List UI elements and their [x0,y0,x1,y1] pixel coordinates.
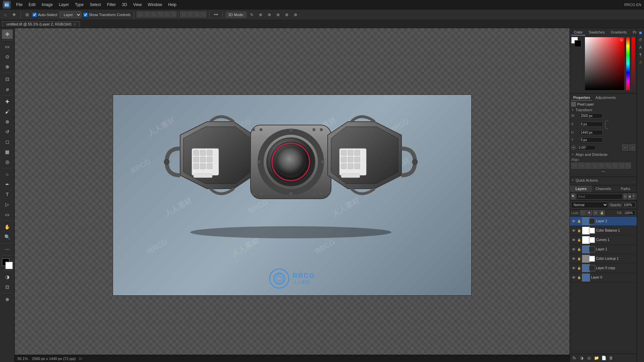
layers-tab-channels[interactable]: Channels [592,185,614,192]
arrange-icon[interactable]: ⊞ [24,11,31,18]
tab-close-btn[interactable]: × [73,22,75,26]
align-ml-btn[interactable]: ⬛ [591,163,597,169]
align-center-btn[interactable]: ⬛ [144,11,150,17]
menu-type[interactable]: Type [72,2,86,8]
opacity-input[interactable] [623,202,635,207]
3d-icon3[interactable]: ⊕ [266,11,273,18]
transform-check[interactable]: Show Transform Controls [84,13,130,17]
layer-mask-btn[interactable]: ◑ [579,355,585,361]
extra-tool[interactable]: ⋯ [2,245,13,254]
3d-icon2[interactable]: ⊕ [257,11,264,18]
lock-pixels-btn[interactable]: ⬛ [580,210,586,216]
layers-tab-layers[interactable]: Layers [570,185,592,192]
menu-3d[interactable]: 3D [119,2,129,8]
align-mr-btn[interactable]: ⬛ [605,163,611,169]
fill-input[interactable] [623,210,635,216]
layers-tab-paths[interactable]: Paths [614,185,637,192]
dist-e-btn[interactable]: ⬛ [200,11,206,17]
align-header[interactable]: ▼ Align and Distribute [571,153,635,157]
layers-filter-type[interactable]: T [632,193,635,199]
hand-tool[interactable]: ✋ [2,222,13,232]
layer-item-colorbalance[interactable]: 👁 🔒 Color Balance 1 [570,226,637,235]
move-icon[interactable]: ✥ [11,11,17,18]
3d-tool[interactable]: ⊕ [2,295,13,304]
menu-view[interactable]: View [130,2,145,8]
3d-icon6[interactable]: ⊕ [292,11,299,18]
layer0copy-vis[interactable]: 👁 [571,266,576,270]
layers-filter-adj[interactable]: ◑ [628,193,631,199]
x-input[interactable] [579,122,603,127]
layer-item-layer0[interactable]: 👁 🔒 Layer 0 [570,273,637,282]
lock-artboard-btn[interactable]: ⊡ [593,210,598,216]
bg-swatch[interactable] [575,40,581,47]
layer-folder-btn[interactable]: 📁 [593,355,599,361]
layer-item-curves[interactable]: 👁 🔒 Curves 1 [570,235,637,245]
more-icon[interactable]: ••• [213,11,219,18]
shape-tool[interactable]: ▭ [2,210,13,219]
layer1-lock[interactable]: 🔒 [577,247,581,251]
colorlookup-lock[interactable]: 🔒 [577,257,581,261]
hue-slider[interactable] [626,37,630,90]
background-color[interactable] [5,262,13,269]
align-tl-btn[interactable]: ⬛ [571,163,577,169]
tab-color[interactable]: Color [571,29,585,36]
menu-layer[interactable]: Layer [56,2,71,8]
aspect-lock[interactable] [605,121,608,129]
lasso-tool[interactable]: ⊙ [2,52,13,61]
align-bl-btn[interactable]: ⬛ [611,163,618,169]
width-input[interactable] [579,113,603,118]
layer-delete-btn[interactable]: 🗑 [608,355,614,361]
eyedropper-tool[interactable]: ⌀ [2,84,13,94]
layer-item-layer2[interactable]: 👁 🔒 Layer 2 [570,217,637,226]
tab-swatches[interactable]: Swatches [586,29,607,36]
dist-v-btn[interactable]: ⬛ [187,11,193,17]
tab-gradients[interactable]: Gradients [608,29,630,36]
layer1-vis[interactable]: 👁 [571,247,576,252]
qa-dots[interactable]: ... [632,178,635,182]
brush-tool[interactable]: 🖌 [2,107,13,116]
lock-position-btn[interactable]: ✥ [587,210,592,216]
alpha-bar[interactable] [631,37,635,90]
align-left-btn[interactable]: ⬛ [137,11,143,17]
menu-help[interactable]: Help [165,2,179,8]
layer2-lock[interactable]: 🔒 [577,219,581,223]
angle-input[interactable] [577,145,596,150]
layer0copy-lock[interactable]: 🔒 [577,266,581,270]
ri-color-btn[interactable]: ◼ [638,29,644,36]
menu-edit[interactable]: Edit [26,2,38,8]
layer-item-colorlookup[interactable]: 👁 🔒 Color Lockup 1 [570,254,637,263]
transform-checkbox[interactable] [84,13,88,17]
align-bc-btn[interactable]: ⬛ [618,163,624,169]
3d-icon4[interactable]: ⊕ [275,11,281,18]
layer-item-layer1[interactable]: 👁 🔒 Layer 1 [570,245,637,254]
move-tool[interactable]: ✥ [2,29,13,39]
menu-image[interactable]: Image [39,2,55,8]
blend-mode-select[interactable]: Normal [571,202,608,208]
align-bottom-btn[interactable]: ⬛ [170,11,176,17]
auto-select-dropdown[interactable]: Layer [59,11,82,18]
history-tool[interactable]: ↺ [2,127,13,136]
align-mc-btn[interactable]: ⬛ [598,163,604,169]
type-tool[interactable]: T [2,190,13,199]
layer-fx-btn[interactable]: fx [571,355,577,361]
layer-item-layer0copy[interactable]: 👁 🔒 Layer 0 copy [570,263,637,273]
dist-s-btn[interactable]: ⬛ [194,11,200,17]
path-select-tool[interactable]: ▷ [2,200,13,209]
colorlookup-vis[interactable]: 👁 [571,256,576,261]
ri-para-btn[interactable]: ¶ [638,52,644,58]
curves-vis[interactable]: 👁 [571,238,576,242]
ri-history-btn[interactable]: ⏱ [638,37,644,43]
layers-kind-input[interactable] [577,194,623,199]
height-input[interactable] [579,130,603,135]
marquee-tool[interactable]: ▭ [2,42,13,51]
gradient-tool[interactable]: ▦ [2,147,13,157]
color-gradient-box[interactable] [585,37,625,90]
screen-mode-btn[interactable]: ⊡ [2,282,13,292]
layer0-lock[interactable]: 🔒 [577,276,581,280]
menu-window[interactable]: Window [145,2,165,8]
quick-select-tool[interactable]: ⊕ [2,62,13,71]
lock-all-btn[interactable]: 🔒 [599,210,605,216]
flip-v-btn[interactable]: ↕ [629,144,635,150]
3d-icon1[interactable]: ↻ [249,11,255,18]
mask-mode-btn[interactable]: ◑ [2,272,13,282]
